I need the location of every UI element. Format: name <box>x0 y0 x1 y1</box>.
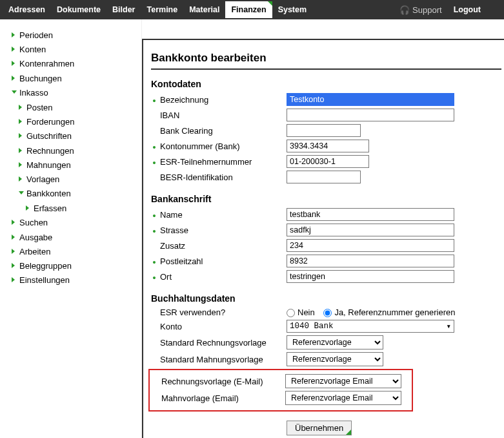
support-label: Support <box>412 5 442 15</box>
select-email-rechn[interactable]: Referenzvorlage Email <box>285 374 401 388</box>
section-buch-title: Buchhaltungsdaten <box>151 293 501 304</box>
label-besr: BESR-Identifikation <box>151 172 287 182</box>
label-zusatz: Zusatz <box>151 241 287 251</box>
label-std-rechn: Standard Rechnungsvorlage <box>151 338 287 348</box>
top-bar: AdressenDokumenteBilderTermineMaterialFi… <box>0 0 504 19</box>
radio-nein[interactable] <box>287 309 295 317</box>
label-plz: Postleitzahl <box>151 256 287 266</box>
sidebar-item-suchen[interactable]: Suchen <box>12 216 139 230</box>
sidebar-item-perioden[interactable]: Perioden <box>12 28 139 43</box>
label-esr: ESR-Teilnehmernummer <box>151 157 287 167</box>
label-ort: Ort <box>151 272 287 282</box>
topnav-termine[interactable]: Termine <box>141 1 184 18</box>
sidebar-item-vorlagen[interactable]: Vorlagen <box>19 172 139 187</box>
label-email-mahn: Mahnvorlage (Email) <box>150 393 285 403</box>
sidebar: PeriodenKontenKontenrahmenBuchungenInkas… <box>0 19 142 438</box>
input-esr[interactable] <box>287 155 369 168</box>
sidebar-item-posten[interactable]: Posten <box>19 101 139 115</box>
sidebar-item-beleggruppen[interactable]: Beleggruppen <box>12 259 139 273</box>
radio-ja-label: Ja, Referenznummer generieren <box>334 308 455 317</box>
topnav-dokumente[interactable]: Dokumente <box>51 1 106 18</box>
input-besr[interactable] <box>287 171 361 183</box>
label-bezeichnung: Bezeichnung <box>151 95 287 105</box>
support-link[interactable]: 🎧 Support <box>399 5 442 15</box>
label-name: Name <box>151 210 287 220</box>
sidebar-item-inkasso[interactable]: Inkasso <box>12 86 139 100</box>
top-nav-right: 🎧 Support Logout <box>399 1 501 18</box>
combo-konto[interactable]: 1040 Bank ▾ <box>287 320 454 333</box>
label-iban: IBAN <box>151 110 287 120</box>
section-bankanschrift-title: Bankanschrift <box>151 194 501 204</box>
topnav-material[interactable]: Material <box>183 1 225 18</box>
input-strasse[interactable] <box>287 224 454 236</box>
input-name[interactable] <box>287 208 454 221</box>
sidebar-item-rechnungen[interactable]: Rechnungen <box>19 144 139 158</box>
label-konto: Konto <box>151 322 287 331</box>
sidebar-item-konten[interactable]: Konten <box>12 43 139 57</box>
select-std-mahn[interactable]: Referenzvorlage <box>287 352 383 366</box>
label-std-mahn: Standard Mahnungsvorlage <box>151 355 287 364</box>
topnav-bilder[interactable]: Bilder <box>106 1 141 18</box>
sidebar-item-mahnungen[interactable]: Mahnungen <box>19 158 139 172</box>
submit-button[interactable]: Übernehmen <box>287 421 352 435</box>
radio-ja[interactable] <box>323 309 332 317</box>
input-bezeichnung[interactable] <box>287 93 454 106</box>
chevron-down-icon: ▾ <box>446 321 451 331</box>
topnav-finanzen[interactable]: Finanzen <box>225 1 272 18</box>
radio-ja-wrapper[interactable]: Ja, Referenznummer generieren <box>323 308 455 317</box>
input-iban[interactable] <box>287 109 454 121</box>
section-kontodaten-title: Kontodaten <box>151 79 501 89</box>
sidebar-item-gutschriften[interactable]: Gutschriften <box>19 129 139 143</box>
radio-nein-wrapper[interactable]: Nein <box>287 308 315 317</box>
input-zusatz[interactable] <box>287 239 454 252</box>
input-clearing[interactable] <box>287 124 361 137</box>
top-nav: AdressenDokumenteBilderTermineMaterialFi… <box>3 1 312 18</box>
combo-konto-value: 1040 Bank <box>290 322 334 331</box>
label-email-rechn: Rechnungsvorlage (E-Mail) <box>150 377 285 386</box>
highlighted-box: Rechnungsvorlage (E-Mail) Referenzvorlag… <box>148 369 413 412</box>
topnav-system[interactable]: System <box>272 1 312 18</box>
select-std-rechn[interactable]: Referenzvorlage <box>287 335 383 349</box>
sidebar-item-einstellungen[interactable]: Einstellungen <box>12 273 139 287</box>
headset-icon: 🎧 <box>399 5 410 15</box>
sidebar-item-erfassen[interactable]: Erfassen <box>26 202 139 216</box>
label-kontonr: Kontonummer (Bank) <box>151 141 287 151</box>
label-strasse: Strasse <box>151 225 287 235</box>
sidebar-item-arbeiten[interactable]: Arbeiten <box>12 245 139 259</box>
logout-link[interactable]: Logout <box>446 1 489 18</box>
input-kontonr[interactable] <box>287 140 369 152</box>
main-panel: Bankkonto bearbeiten Kontodaten Bezeichn… <box>142 39 504 438</box>
sidebar-item-forderungen[interactable]: Forderungen <box>19 115 139 129</box>
label-clearing: Bank Clearing <box>151 126 287 136</box>
sidebar-item-kontenrahmen[interactable]: Kontenrahmen <box>12 57 139 71</box>
label-esrverw: ESR verwenden? <box>151 308 287 317</box>
select-email-mahn[interactable]: Referenzvorlage Email <box>285 391 401 405</box>
radio-nein-label: Nein <box>297 308 315 317</box>
sidebar-item-bankkonten[interactable]: Bankkonten <box>19 187 139 201</box>
sidebar-item-buchungen[interactable]: Buchungen <box>12 72 139 86</box>
page-title: Bankkonto bearbeiten <box>151 52 501 70</box>
input-ort[interactable] <box>287 270 454 283</box>
input-plz[interactable] <box>287 255 454 267</box>
topnav-adressen[interactable]: Adressen <box>3 1 51 18</box>
sidebar-item-ausgabe[interactable]: Ausgabe <box>12 231 139 245</box>
